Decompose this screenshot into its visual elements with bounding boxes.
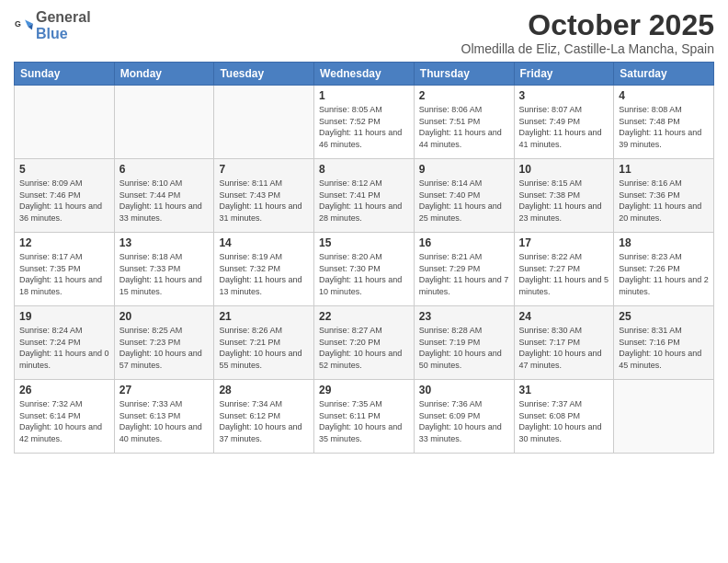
day-info: Sunrise: 8:07 AM Sunset: 7:49 PM Dayligh…: [519, 104, 609, 150]
calendar-cell: 22Sunrise: 8:27 AM Sunset: 7:20 PM Dayli…: [314, 306, 415, 380]
day-info: Sunrise: 8:30 AM Sunset: 7:17 PM Dayligh…: [519, 325, 609, 371]
calendar-cell: 4Sunrise: 8:08 AM Sunset: 7:48 PM Daylig…: [614, 86, 714, 159]
day-number: 2: [419, 89, 509, 102]
calendar-cell: 14Sunrise: 8:19 AM Sunset: 7:32 PM Dayli…: [214, 233, 314, 306]
day-info: Sunrise: 8:20 AM Sunset: 7:30 PM Dayligh…: [319, 251, 409, 297]
day-info: Sunrise: 7:34 AM Sunset: 6:12 PM Dayligh…: [219, 398, 309, 444]
day-info: Sunrise: 8:21 AM Sunset: 7:29 PM Dayligh…: [419, 251, 509, 297]
calendar-cell: [114, 86, 214, 159]
calendar-cell: 13Sunrise: 8:18 AM Sunset: 7:33 PM Dayli…: [114, 233, 214, 306]
day-info: Sunrise: 8:18 AM Sunset: 7:33 PM Dayligh…: [119, 251, 210, 297]
calendar-cell: 25Sunrise: 8:31 AM Sunset: 7:16 PM Dayli…: [614, 306, 714, 380]
calendar-cell: 2Sunrise: 8:06 AM Sunset: 7:51 PM Daylig…: [414, 86, 514, 159]
month-title: October 2025: [461, 9, 714, 41]
svg-text:G: G: [15, 19, 21, 29]
col-thursday: Thursday: [414, 63, 514, 86]
day-number: 29: [319, 384, 409, 396]
calendar-cell: 26Sunrise: 7:32 AM Sunset: 6:14 PM Dayli…: [15, 380, 115, 454]
day-info: Sunrise: 8:28 AM Sunset: 7:19 PM Dayligh…: [419, 325, 509, 371]
day-number: 23: [419, 310, 509, 323]
day-number: 10: [519, 163, 609, 176]
calendar-header-row: Sunday Monday Tuesday Wednesday Thursday…: [15, 63, 714, 86]
calendar-week-row: 26Sunrise: 7:32 AM Sunset: 6:14 PM Dayli…: [15, 380, 714, 454]
calendar-cell: 16Sunrise: 8:21 AM Sunset: 7:29 PM Dayli…: [414, 233, 514, 306]
day-number: 26: [19, 384, 109, 396]
calendar-cell: 23Sunrise: 8:28 AM Sunset: 7:19 PM Dayli…: [414, 306, 514, 380]
col-tuesday: Tuesday: [214, 63, 314, 86]
calendar-week-row: 19Sunrise: 8:24 AM Sunset: 7:24 PM Dayli…: [15, 306, 714, 380]
day-info: Sunrise: 8:14 AM Sunset: 7:40 PM Dayligh…: [419, 178, 509, 224]
calendar-cell: 19Sunrise: 8:24 AM Sunset: 7:24 PM Dayli…: [15, 306, 115, 380]
day-info: Sunrise: 8:26 AM Sunset: 7:21 PM Dayligh…: [219, 325, 309, 371]
day-number: 20: [119, 310, 210, 323]
day-number: 8: [319, 163, 409, 176]
day-number: 24: [519, 310, 609, 323]
day-number: 6: [119, 163, 210, 176]
day-info: Sunrise: 7:35 AM Sunset: 6:11 PM Dayligh…: [319, 398, 409, 444]
day-number: 1: [319, 89, 409, 102]
calendar-cell: [15, 86, 115, 159]
day-info: Sunrise: 8:27 AM Sunset: 7:20 PM Dayligh…: [319, 325, 409, 371]
day-info: Sunrise: 8:31 AM Sunset: 7:16 PM Dayligh…: [619, 325, 709, 371]
day-info: Sunrise: 7:37 AM Sunset: 6:08 PM Dayligh…: [519, 398, 609, 444]
calendar-week-row: 1Sunrise: 8:05 AM Sunset: 7:52 PM Daylig…: [15, 86, 714, 159]
calendar-cell: 31Sunrise: 7:37 AM Sunset: 6:08 PM Dayli…: [514, 380, 614, 454]
day-number: 17: [519, 236, 609, 249]
calendar-cell: 1Sunrise: 8:05 AM Sunset: 7:52 PM Daylig…: [314, 86, 415, 159]
day-number: 30: [419, 384, 509, 396]
day-number: 4: [619, 89, 709, 102]
day-number: 15: [319, 236, 409, 249]
day-info: Sunrise: 8:19 AM Sunset: 7:32 PM Dayligh…: [219, 251, 309, 297]
day-number: 11: [619, 163, 709, 176]
calendar-cell: 7Sunrise: 8:11 AM Sunset: 7:43 PM Daylig…: [214, 159, 314, 233]
calendar-cell: 8Sunrise: 8:12 AM Sunset: 7:41 PM Daylig…: [314, 159, 415, 233]
day-number: 19: [19, 310, 109, 323]
calendar-cell: [214, 86, 314, 159]
calendar-cell: 21Sunrise: 8:26 AM Sunset: 7:21 PM Dayli…: [214, 306, 314, 380]
subtitle: Olmedilla de Eliz, Castille-La Mancha, S…: [461, 41, 714, 56]
day-number: 12: [19, 236, 109, 249]
calendar-cell: 10Sunrise: 8:15 AM Sunset: 7:38 PM Dayli…: [514, 159, 614, 233]
day-number: 25: [619, 310, 709, 323]
calendar-week-row: 5Sunrise: 8:09 AM Sunset: 7:46 PM Daylig…: [15, 159, 714, 233]
calendar-cell: 28Sunrise: 7:34 AM Sunset: 6:12 PM Dayli…: [214, 380, 314, 454]
day-info: Sunrise: 7:32 AM Sunset: 6:14 PM Dayligh…: [19, 398, 109, 444]
calendar-cell: 6Sunrise: 8:10 AM Sunset: 7:44 PM Daylig…: [114, 159, 214, 233]
calendar-cell: 12Sunrise: 8:17 AM Sunset: 7:35 PM Dayli…: [15, 233, 115, 306]
day-number: 28: [219, 384, 309, 396]
day-info: Sunrise: 7:36 AM Sunset: 6:09 PM Dayligh…: [419, 398, 509, 444]
day-number: 21: [219, 310, 309, 323]
day-info: Sunrise: 8:05 AM Sunset: 7:52 PM Dayligh…: [319, 104, 409, 150]
day-info: Sunrise: 8:06 AM Sunset: 7:51 PM Dayligh…: [419, 104, 509, 150]
calendar: Sunday Monday Tuesday Wednesday Thursday…: [14, 62, 714, 454]
day-info: Sunrise: 8:09 AM Sunset: 7:46 PM Dayligh…: [19, 178, 109, 224]
day-number: 7: [219, 163, 309, 176]
calendar-cell: 11Sunrise: 8:16 AM Sunset: 7:36 PM Dayli…: [614, 159, 714, 233]
day-info: Sunrise: 8:08 AM Sunset: 7:48 PM Dayligh…: [619, 104, 709, 150]
day-info: Sunrise: 8:11 AM Sunset: 7:43 PM Dayligh…: [219, 178, 309, 224]
col-wednesday: Wednesday: [314, 63, 415, 86]
logo: G General Blue: [14, 9, 91, 42]
calendar-cell: 15Sunrise: 8:20 AM Sunset: 7:30 PM Dayli…: [314, 233, 415, 306]
day-info: Sunrise: 8:22 AM Sunset: 7:27 PM Dayligh…: [519, 251, 609, 297]
day-number: 5: [19, 163, 109, 176]
calendar-cell: 24Sunrise: 8:30 AM Sunset: 7:17 PM Dayli…: [514, 306, 614, 380]
day-info: Sunrise: 8:10 AM Sunset: 7:44 PM Dayligh…: [119, 178, 210, 224]
day-info: Sunrise: 8:12 AM Sunset: 7:41 PM Dayligh…: [319, 178, 409, 224]
col-friday: Friday: [514, 63, 614, 86]
logo-blue: Blue: [36, 26, 68, 41]
calendar-cell: 9Sunrise: 8:14 AM Sunset: 7:40 PM Daylig…: [414, 159, 514, 233]
calendar-cell: 18Sunrise: 8:23 AM Sunset: 7:26 PM Dayli…: [614, 233, 714, 306]
day-info: Sunrise: 8:23 AM Sunset: 7:26 PM Dayligh…: [619, 251, 709, 297]
day-info: Sunrise: 8:25 AM Sunset: 7:23 PM Dayligh…: [119, 325, 210, 371]
day-info: Sunrise: 8:24 AM Sunset: 7:24 PM Dayligh…: [19, 325, 109, 371]
col-monday: Monday: [114, 63, 214, 86]
day-number: 22: [319, 310, 409, 323]
calendar-week-row: 12Sunrise: 8:17 AM Sunset: 7:35 PM Dayli…: [15, 233, 714, 306]
col-sunday: Sunday: [15, 63, 115, 86]
calendar-cell: 27Sunrise: 7:33 AM Sunset: 6:13 PM Dayli…: [114, 380, 214, 454]
day-number: 27: [119, 384, 210, 396]
day-number: 31: [519, 384, 609, 396]
day-number: 13: [119, 236, 210, 249]
day-number: 18: [619, 236, 709, 249]
